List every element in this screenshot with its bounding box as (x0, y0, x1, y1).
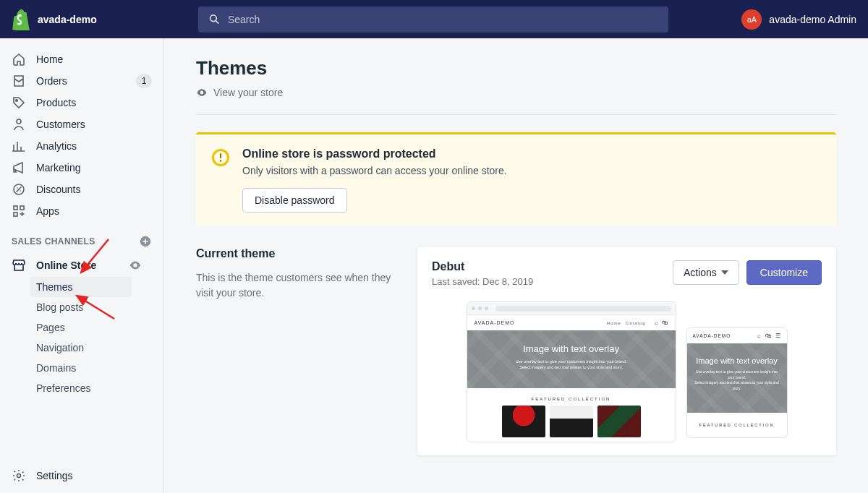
marketing-icon (12, 160, 26, 175)
product-thumb (550, 406, 593, 437)
banner-text: Only visitors with a password can access… (242, 165, 822, 176)
cart-icon: 🛍 (765, 333, 772, 339)
apps-icon (12, 204, 26, 218)
theme-last-saved: Last saved: Dec 8, 2019 (432, 276, 533, 287)
svg-rect-5 (14, 213, 17, 216)
nav-label: Marketing (36, 162, 152, 173)
section-title: SALES CHANNELS (12, 236, 95, 246)
sidebar-item-analytics[interactable]: Analytics (0, 135, 163, 157)
view-store-label: View your store (213, 87, 283, 98)
sidebar-item-settings[interactable]: Settings (0, 458, 163, 493)
product-thumb (502, 406, 545, 437)
topbar: avada-demo aA avada-demo Admin (0, 0, 868, 38)
search-icon: ⌕ (655, 320, 659, 326)
store-icon (12, 258, 26, 273)
customers-icon (12, 117, 26, 132)
current-theme-description: This is the theme customers see when the… (196, 270, 391, 301)
page-title: Themes (196, 57, 836, 80)
admin-name[interactable]: avada-demo Admin (769, 14, 856, 25)
channel-label: Online Store (36, 260, 96, 271)
analytics-icon (12, 139, 26, 153)
cart-icon: 🛍 (662, 320, 668, 326)
sidebar-item-discounts[interactable]: Discounts (0, 179, 163, 200)
theme-card: Debut Last saved: Dec 8, 2019 Actions Cu… (417, 247, 836, 455)
preview-brand: AVADA-DEMO (475, 320, 515, 325)
current-theme-info: Current theme This is the theme customer… (196, 247, 391, 455)
sidebar-item-online-store[interactable]: Online Store (0, 254, 163, 277)
nav-label: Customers (36, 119, 152, 130)
search-input[interactable] (228, 14, 658, 25)
menu-icon: ☰ (775, 333, 781, 339)
svg-point-0 (16, 100, 17, 101)
eye-icon (196, 87, 208, 98)
sidebar: Home Orders 1 Products Customers Analyti… (0, 38, 164, 493)
actions-label: Actions (684, 267, 717, 278)
banner-title: Online store is password protected (242, 147, 822, 160)
svg-rect-10 (220, 153, 221, 158)
sales-channels-header: SALES CHANNELS (0, 235, 163, 248)
current-theme-heading: Current theme (196, 247, 391, 260)
nav-label: Home (36, 53, 152, 65)
sidebar-subitem-preferences[interactable]: Preferences (36, 378, 163, 398)
orders-badge: 1 (136, 74, 152, 88)
disable-password-button[interactable]: Disable password (242, 188, 347, 213)
sidebar-item-marketing[interactable]: Marketing (0, 157, 163, 179)
main-content: Themes View your store Online store is p… (164, 38, 868, 493)
theme-previews: AVADA-DEMO HomeCatalog ⌕🛍 Image with tex… (432, 301, 822, 442)
featured-label: FEATURED COLLECTION (467, 388, 676, 406)
desktop-preview: AVADA-DEMO HomeCatalog ⌕🛍 Image with tex… (467, 301, 676, 442)
featured-label: FEATURED COLLECTION (687, 413, 787, 437)
preview-brand: AVADA-DEMO (693, 333, 731, 338)
nav-label: Products (36, 97, 152, 108)
sidebar-item-customers[interactable]: Customers (0, 113, 163, 135)
view-store-link[interactable]: View your store (196, 87, 836, 98)
discounts-icon (12, 182, 26, 197)
products-icon (12, 95, 26, 110)
search-bar[interactable] (198, 7, 668, 33)
sidebar-item-products[interactable]: Products (0, 92, 163, 113)
hero-title: Image with text overlay (694, 356, 780, 365)
view-icon[interactable] (129, 259, 142, 272)
hero-title: Image with text overlay (482, 343, 661, 354)
nav-label: Apps (36, 205, 152, 217)
orders-icon (12, 74, 26, 88)
caret-down-icon (721, 270, 728, 275)
svg-point-7 (17, 474, 21, 478)
sidebar-item-orders[interactable]: Orders 1 (0, 70, 163, 92)
svg-rect-4 (20, 206, 24, 210)
svg-point-11 (220, 160, 222, 162)
product-thumb (597, 406, 641, 437)
divider (196, 114, 836, 115)
sidebar-subitem-themes[interactable]: Themes (30, 277, 132, 297)
sidebar-subitem-domains[interactable]: Domains (36, 358, 163, 378)
theme-name: Debut (432, 260, 533, 273)
nav-label: Orders (36, 75, 136, 87)
sidebar-item-home[interactable]: Home (0, 48, 163, 70)
store-name[interactable]: avada-demo (38, 14, 97, 25)
sidebar-subitem-blog-posts[interactable]: Blog posts (36, 297, 163, 317)
search-icon (208, 13, 221, 26)
password-banner: Online store is password protected Only … (196, 132, 836, 226)
nav-label: Discounts (36, 184, 152, 195)
sidebar-subitem-navigation[interactable]: Navigation (36, 338, 163, 358)
search-icon: ⌕ (757, 333, 762, 339)
actions-button[interactable]: Actions (673, 260, 739, 285)
nav-label: Analytics (36, 140, 152, 152)
mobile-preview: AVADA-DEMO ⌕🛍☰ Image with text overlay U… (686, 327, 788, 438)
sidebar-item-apps[interactable]: Apps (0, 200, 163, 222)
warning-icon (210, 147, 231, 168)
sidebar-subitem-pages[interactable]: Pages (36, 317, 163, 338)
shopify-logo-icon (12, 9, 30, 30)
add-channel-icon[interactable] (139, 235, 152, 248)
settings-label: Settings (36, 470, 73, 481)
gear-icon (12, 468, 26, 483)
avatar[interactable]: aA (741, 9, 762, 30)
svg-point-1 (17, 119, 21, 124)
home-icon (12, 52, 26, 67)
customize-button[interactable]: Customize (746, 260, 822, 285)
svg-rect-3 (14, 206, 17, 210)
